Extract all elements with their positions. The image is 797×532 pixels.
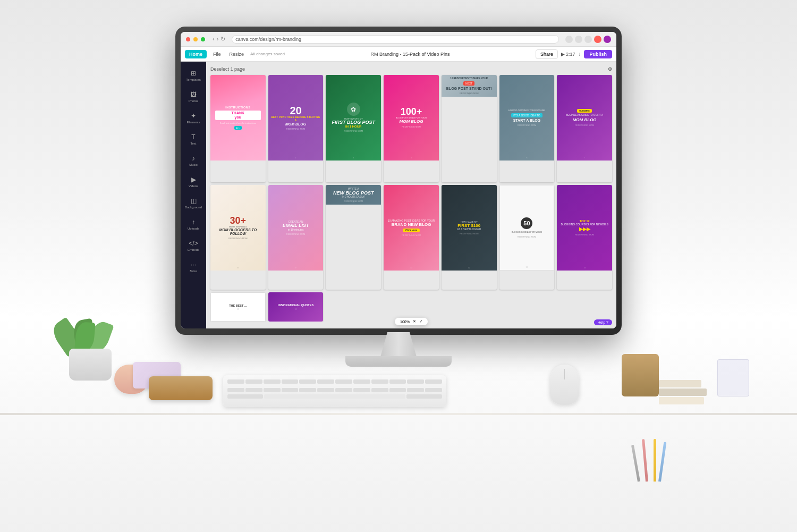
card-2-main: MOM BLOG (285, 122, 306, 126)
home-button[interactable]: Home (185, 50, 207, 58)
key-row2-1 (227, 388, 244, 392)
window-close-dot[interactable] (186, 37, 190, 41)
card-4-footer: REDEFINING MOM (402, 125, 421, 128)
sidebar-item-templates[interactable]: ⊞ Templates (183, 66, 204, 85)
card-2[interactable]: 20 BEST PRACTICES BEFORE STARTING A MOM … (268, 75, 324, 182)
card-16[interactable]: INSPIRATIONAL QUOTES 16 (268, 292, 324, 322)
canvas-area[interactable]: Deselect 1 page ⊕ instructions (206, 62, 616, 328)
sidebar-item-embeds[interactable]: </> Embeds (183, 236, 204, 255)
card-9[interactable]: CREATE AN EMAIL LIST in 10 minutes REDEF… (268, 185, 324, 290)
bottom-toolbar-close-icon[interactable]: ✕ (413, 319, 416, 324)
card-8-number: 30+ (230, 216, 247, 225)
key-7 (335, 379, 352, 384)
keyboard[interactable] (223, 375, 446, 407)
card-3[interactable]: ✿ HOW I WROTE MY FIRST BLOG POST IN 1 HO… (326, 75, 381, 182)
deselect-button[interactable]: Deselect 1 page (210, 66, 245, 72)
card-13[interactable]: 50 BLOGGING IDEAS FOR MOMS REDEFINING MO… (499, 185, 555, 290)
card-5[interactable]: 10 RESOURCES TO MAKE YOUR NEXT BLOG POST… (442, 75, 497, 182)
sidebar-item-text[interactable]: T Text (183, 130, 204, 149)
pencil-1 (654, 439, 656, 482)
card-15[interactable]: THE BEST ... 15 (210, 292, 266, 322)
canva-main-area: ⊞ Templates 🖼 Photos ✦ Elements T (181, 62, 616, 328)
key-8 (353, 379, 370, 384)
card-8[interactable]: 30+ MOST INSPIRING MOM BLOGGERS TO FOLLO… (210, 185, 266, 290)
key-row2-5 (299, 388, 316, 392)
file-button[interactable]: File (211, 50, 223, 58)
browser-navigation: ‹ › ↻ (213, 36, 225, 43)
browser-icon-2 (575, 36, 582, 43)
photos-icon: 🖼 (190, 91, 197, 98)
card-16-num: 16 (295, 308, 297, 310)
card-15-num: 15 (237, 308, 239, 310)
card-1-cta-btn: ▶ 1 (234, 126, 242, 130)
sidebar-item-photos[interactable]: 🖼 Photos (183, 87, 204, 106)
embeds-label: Embeds (188, 248, 199, 251)
window-minimize-dot[interactable] (193, 37, 198, 41)
download-icon[interactable]: ↓ (578, 51, 581, 57)
key-shift-right (406, 394, 442, 399)
sidebar-item-uploads[interactable]: ↑ Uploads (183, 215, 204, 234)
keyboard-keys (223, 375, 446, 388)
key-2 (245, 379, 262, 384)
sidebar-item-elements[interactable]: ✦ Elements (183, 108, 204, 128)
card-14-arrows: ▶▶▶ (579, 226, 590, 232)
browser-bar: ‹ › ↻ canva.com/design/rm-branding (181, 32, 616, 47)
bottom-toolbar-zoom[interactable]: 100% (400, 320, 410, 324)
card-7[interactable]: ULTIMATE BEGINNER'S GUIDE TO START A MOM… (557, 75, 612, 182)
window-maximize-dot[interactable] (201, 37, 205, 41)
card-6-text1: HOW TO CONVINCE YOUR SPOUSE (508, 109, 545, 112)
card-14[interactable]: TOP 12 BLOGGING COURSES FOR NEWBIES ▶▶▶ … (557, 185, 612, 290)
card-1-you-text: you (217, 115, 259, 120)
search-pages-icon[interactable]: ⊕ (608, 66, 612, 72)
videos-label: Videos (189, 184, 198, 188)
saved-status: All changes saved (250, 52, 285, 56)
card-12[interactable]: HOW I MADE MY FIRST $100 AS A NEW BLOGGE… (442, 185, 497, 290)
card-14-footer: REDEFINING MOM (575, 233, 594, 236)
book-3 (659, 397, 704, 404)
card-9-num: 9 (295, 267, 296, 269)
browser-icon-3 (584, 36, 592, 43)
card-1[interactable]: instructions THANK you Small text conten… (210, 75, 266, 182)
project-title: RM Branding - 15-Pack of Video Pins (289, 52, 531, 57)
card-6-num: 6 (526, 157, 527, 159)
key-5 (299, 379, 316, 384)
mouse[interactable] (550, 365, 579, 404)
share-button[interactable]: Share (536, 49, 558, 59)
nav-forward-icon[interactable]: › (217, 36, 219, 43)
cards-row-1: instructions THANK you Small text conten… (210, 75, 612, 182)
card-12-num: 12 (468, 267, 470, 269)
card-6[interactable]: HOW TO CONVINCE YOUR SPOUSE IT'S A GOOD … (499, 75, 555, 182)
publish-button[interactable]: Publish (584, 50, 612, 58)
monitor-screen: ‹ › ↻ canva.com/design/rm-branding (181, 32, 616, 328)
sidebar-item-videos[interactable]: ▶ Videos (183, 172, 204, 191)
monitor-bezel: ‹ › ↻ canva.com/design/rm-branding (175, 27, 622, 335)
sidebar-item-music[interactable]: ♪ Music (183, 151, 204, 170)
sidebar-item-background[interactable]: ◫ Background (183, 193, 204, 213)
address-text: canva.com/design/rm-branding (235, 37, 301, 42)
canva-toolbar: Home File Resize All changes saved RM Br… (181, 47, 616, 62)
card-11[interactable]: 10 AMAZING POST IDEAS FOR YOUR BRAND NEW… (384, 185, 439, 290)
card-7-footer: REDEFINING MOM (575, 124, 594, 126)
card-10[interactable]: WRITE A NEW BLOG POST IN 2 HOURS EASILY!… (326, 185, 381, 290)
key-row2-12 (425, 388, 442, 392)
browser-icon-4 (594, 36, 601, 43)
templates-icon: ⊞ (191, 70, 196, 77)
help-button[interactable]: Help ? (594, 319, 612, 325)
address-bar[interactable]: canva.com/design/rm-branding (232, 35, 559, 44)
card-12-footer: REDEFINING MOM (460, 232, 479, 235)
card-2-number: 20 (290, 105, 301, 116)
resize-button[interactable]: Resize (227, 50, 247, 58)
card-3-footer: REDEFINING MOM (344, 130, 363, 132)
card-11-main: BRAND NEW BLOG (391, 223, 431, 227)
browser-profile-icon (604, 36, 611, 43)
bottom-toolbar-fullscreen-icon[interactable]: ⤢ (419, 319, 422, 324)
play-icon: ▶ (561, 52, 565, 57)
presentation-time: ▶ 2:17 (561, 52, 575, 57)
embeds-icon: </> (189, 240, 198, 247)
nav-refresh-icon[interactable]: ↻ (221, 36, 225, 43)
card-4[interactable]: 100+ BLOG POST IDEAS FOR YOUR MOM BLOG R… (384, 75, 439, 182)
photos-label: Photos (189, 99, 199, 103)
card-15-text: THE BEST ... (229, 304, 247, 307)
nav-back-icon[interactable]: ‹ (213, 36, 215, 43)
sidebar-item-more[interactable]: ··· More (183, 257, 204, 276)
